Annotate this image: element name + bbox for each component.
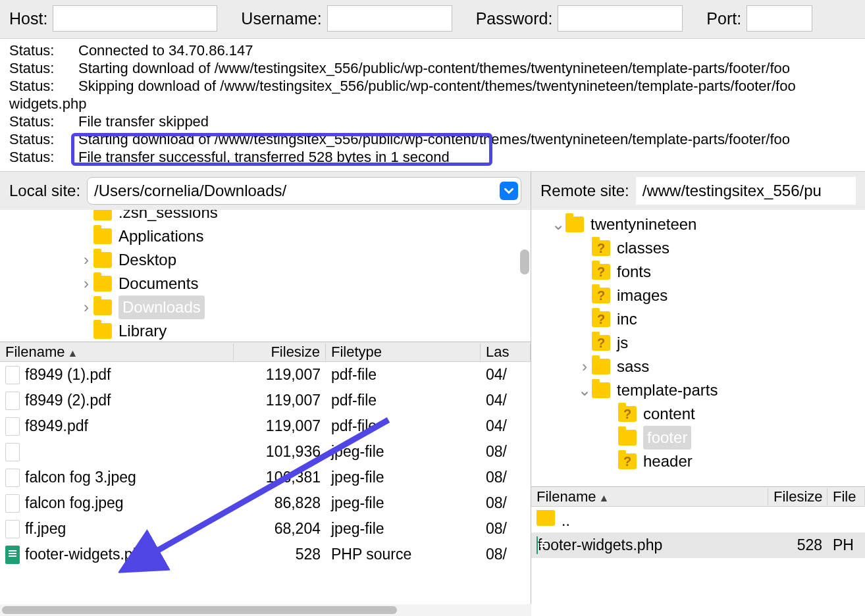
log-label: Status:: [9, 148, 78, 166]
file-row[interactable]: footer-widgets.php528PH: [531, 532, 865, 558]
dropdown-icon[interactable]: [500, 182, 518, 200]
file-icon: [5, 417, 20, 436]
scrollbar-thumb[interactable]: [2, 606, 397, 614]
log-label: Status:: [9, 59, 78, 77]
file-name: f8949 (2).pdf: [25, 392, 111, 409]
tree-item[interactable]: ?content: [531, 402, 865, 426]
chevron-right-icon[interactable]: ›: [577, 355, 592, 378]
remote-pane: Remote site: ⌄twentynineteen?classes?fon…: [531, 172, 865, 616]
file-row[interactable]: footer-widgets.php528PHP source08/: [0, 542, 531, 567]
tree-item[interactable]: ?header: [531, 449, 865, 473]
local-tree[interactable]: .zsh_sessionsApplications›Desktop›Docume…: [0, 210, 531, 342]
tree-item[interactable]: Library: [0, 319, 531, 342]
local-site-label: Local site:: [9, 182, 80, 200]
col-filetype[interactable]: File: [827, 488, 865, 505]
folder-icon: [93, 299, 112, 315]
tree-item-label: Downloads: [118, 295, 205, 319]
password-input[interactable]: [558, 5, 683, 32]
local-path-input[interactable]: [88, 179, 500, 203]
php-file-icon: [537, 536, 538, 554]
tree-item-label: inc: [617, 307, 637, 331]
scrollbar-thumb[interactable]: [520, 249, 529, 274]
chevron-right-icon[interactable]: ›: [79, 272, 93, 295]
file-size: 119,007: [234, 366, 326, 384]
folder-icon: [618, 430, 637, 446]
port-label: Port:: [706, 9, 741, 28]
file-icon: [5, 443, 20, 461]
column-headers[interactable]: Filename▲ Filesize Filetype Las: [0, 342, 531, 362]
local-path-combo[interactable]: [87, 177, 521, 205]
chevron-right-icon[interactable]: ›: [79, 248, 93, 272]
file-row[interactable]: 101,936jpeg-file08/: [0, 439, 531, 465]
file-icon: [5, 469, 20, 487]
file-type: jpeg-file: [326, 494, 481, 512]
tree-item[interactable]: Applications: [0, 224, 531, 248]
file-row[interactable]: ..: [531, 507, 865, 532]
col-filesize[interactable]: Filesize: [234, 344, 326, 361]
col-filesize[interactable]: Filesize: [768, 488, 827, 505]
file-name: ff.jpeg: [25, 520, 66, 538]
tree-item[interactable]: footer: [531, 426, 865, 449]
file-row[interactable]: f8949 (1).pdf119,007pdf-file04/: [0, 362, 531, 388]
tree-item[interactable]: ?classes: [531, 236, 865, 260]
tree-item-label: footer: [643, 426, 691, 449]
tree-item[interactable]: ⌄twentynineteen: [531, 213, 865, 236]
tree-item[interactable]: ?fonts: [531, 260, 865, 284]
remote-site-label: Remote site:: [540, 182, 629, 200]
col-filetype[interactable]: Filetype: [326, 344, 481, 361]
tree-item[interactable]: ›sass: [531, 355, 865, 378]
folder-unknown-icon: ?: [618, 406, 637, 422]
file-type: jpeg-file: [326, 520, 481, 538]
tree-item[interactable]: ›Desktop: [0, 248, 531, 272]
tree-item[interactable]: ›Documents: [0, 272, 531, 295]
chevron-right-icon[interactable]: ›: [79, 295, 93, 319]
file-row[interactable]: falcon fog 3.jpeg106,381jpeg-file08/: [0, 465, 531, 490]
remote-tree[interactable]: ⌄twentynineteen?classes?fonts?images?inc…: [531, 210, 865, 486]
col-filename[interactable]: Filename: [537, 488, 596, 505]
log-msg: File transfer successful, transferred 52…: [78, 148, 856, 166]
col-last[interactable]: Las: [481, 344, 531, 361]
tree-item-label: Desktop: [118, 248, 176, 272]
folder-icon: [93, 210, 112, 220]
tree-item[interactable]: ?images: [531, 284, 865, 307]
folder-unknown-icon: ?: [592, 311, 610, 327]
column-headers[interactable]: Filename▲ Filesize File: [531, 487, 865, 507]
username-input[interactable]: [327, 5, 452, 32]
folder-icon: [565, 217, 584, 232]
file-row[interactable]: f8949 (2).pdf119,007pdf-file04/: [0, 388, 531, 413]
tree-item[interactable]: ?js: [531, 331, 865, 355]
tree-item[interactable]: .zsh_sessions: [0, 210, 531, 224]
tree-item[interactable]: ›Downloads: [0, 295, 531, 319]
file-last: 08/: [481, 443, 531, 461]
username-label: Username:: [241, 9, 321, 28]
col-filename[interactable]: Filename: [5, 344, 65, 360]
local-file-list[interactable]: Filename▲ Filesize Filetype Las f8949 (1…: [0, 342, 531, 616]
host-input[interactable]: [53, 5, 217, 32]
file-size: 86,828: [234, 494, 326, 512]
file-name: footer-widgets.php: [538, 536, 662, 553]
file-type: PH: [827, 536, 865, 554]
tree-item[interactable]: ?inc: [531, 307, 865, 331]
file-row[interactable]: ff.jpeg68,204jpeg-file08/: [0, 516, 531, 542]
chevron-down-icon[interactable]: ⌄: [577, 378, 592, 402]
file-icon: [5, 392, 20, 410]
log-label: Status:: [9, 113, 78, 130]
log-msg: Connected to 34.70.86.147: [78, 41, 856, 59]
remote-path-input[interactable]: [636, 179, 856, 203]
remote-path-combo[interactable]: [636, 177, 856, 205]
chevron-down-icon[interactable]: ⌄: [551, 213, 565, 236]
folder-unknown-icon: ?: [592, 288, 610, 303]
tree-item-label: Applications: [118, 224, 203, 248]
hscrollbar-local[interactable]: [0, 604, 531, 616]
tree-item-label: sass: [617, 355, 649, 378]
tree-item[interactable]: ⌄template-parts: [531, 378, 865, 402]
remote-file-list[interactable]: Filename▲ Filesize File ..footer-widgets…: [531, 486, 865, 616]
log-msg: widgets.php: [9, 95, 856, 113]
folder-icon: [592, 359, 610, 374]
file-row[interactable]: f8949.pdf119,007pdf-file04/: [0, 413, 531, 439]
port-input[interactable]: [747, 5, 812, 32]
file-row[interactable]: falcon fog.jpeg86,828jpeg-file08/: [0, 490, 531, 516]
sort-asc-icon: ▲: [67, 347, 78, 359]
tree-item-label: content: [643, 402, 695, 426]
tree-item-label: .zsh_sessions: [118, 210, 218, 224]
